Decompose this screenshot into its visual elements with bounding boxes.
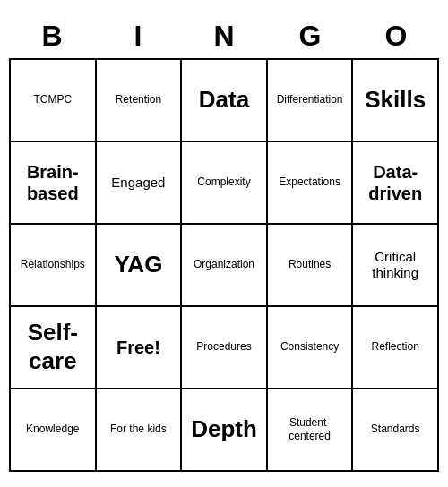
header-letter-G: G [267, 16, 353, 56]
cell-r2-c4: Critical thinking [353, 225, 439, 307]
cell-r4-c4: Standards [353, 389, 439, 472]
cell-r3-c1: Free! [97, 307, 183, 389]
cell-text-r0-c2: Data [199, 86, 249, 114]
cell-text-r3-c4: Reflection [372, 340, 419, 353]
cell-r3-c3: Consistency [268, 307, 354, 389]
cell-r4-c3: Student-centered [268, 389, 354, 472]
cell-r0-c0: TCMPC [11, 60, 97, 142]
cell-r0-c1: Retention [97, 60, 183, 142]
cell-r2-c3: Routines [268, 225, 354, 307]
cell-text-r2-c2: Organization [194, 258, 254, 270]
cell-r4-c1: For the kids [97, 389, 183, 472]
cell-text-r0-c3: Differentiation [277, 93, 343, 106]
cell-text-r3-c0: Self-care [14, 319, 91, 374]
cell-r3-c0: Self-care [11, 307, 97, 389]
bingo-grid: TCMPCRetentionDataDifferentiationSkillsB… [9, 58, 439, 472]
cell-text-r1-c0: Brain-based [14, 161, 91, 204]
cell-text-r2-c1: YAG [114, 251, 162, 278]
cell-text-r1-c4: Data-driven [357, 161, 434, 204]
cell-r2-c0: Relationships [11, 225, 97, 307]
cell-r1-c3: Expectations [268, 142, 354, 225]
cell-text-r2-c0: Relationships [21, 258, 85, 270]
cell-r4-c0: Knowledge [11, 389, 97, 472]
cell-r2-c1: YAG [97, 225, 183, 307]
cell-text-r4-c4: Standards [371, 423, 420, 435]
cell-text-r3-c2: Procedures [196, 340, 251, 353]
cell-r3-c4: Reflection [353, 307, 439, 389]
cell-text-r2-c4: Critical thinking [357, 249, 434, 281]
cell-text-r0-c0: TCMPC [33, 93, 72, 106]
header-letter-O: O [353, 16, 439, 56]
cell-r3-c2: Procedures [182, 307, 268, 389]
cell-text-r1-c2: Complexity [197, 175, 250, 188]
cell-r1-c4: Data-driven [353, 142, 439, 225]
cell-r1-c1: Engaged [97, 142, 183, 225]
cell-text-r4-c0: Knowledge [26, 423, 79, 435]
header-letter-B: B [9, 16, 95, 56]
cell-r1-c2: Complexity [182, 142, 268, 225]
bingo-header: BINGO [9, 16, 439, 56]
cell-text-r3-c3: Consistency [280, 340, 339, 353]
cell-r2-c2: Organization [182, 225, 268, 307]
header-letter-N: N [181, 16, 267, 56]
cell-text-r0-c4: Skills [365, 86, 426, 114]
bingo-card: BINGO TCMPCRetentionDataDifferentiationS… [9, 16, 439, 472]
cell-text-r4-c2: Depth [191, 415, 257, 443]
cell-r4-c2: Depth [182, 389, 268, 472]
cell-r1-c0: Brain-based [11, 142, 97, 225]
cell-text-r1-c1: Engaged [111, 175, 165, 191]
header-letter-I: I [95, 16, 181, 56]
cell-text-r4-c3: Student-centered [271, 416, 349, 442]
cell-text-r2-c3: Routines [289, 258, 331, 270]
cell-r0-c4: Skills [353, 60, 439, 142]
cell-text-r4-c1: For the kids [110, 423, 167, 435]
cell-text-r3-c1: Free! [116, 337, 160, 358]
cell-r0-c2: Data [182, 60, 268, 142]
cell-text-r1-c3: Expectations [279, 175, 340, 188]
cell-text-r0-c1: Retention [116, 93, 161, 106]
cell-r0-c3: Differentiation [268, 60, 354, 142]
